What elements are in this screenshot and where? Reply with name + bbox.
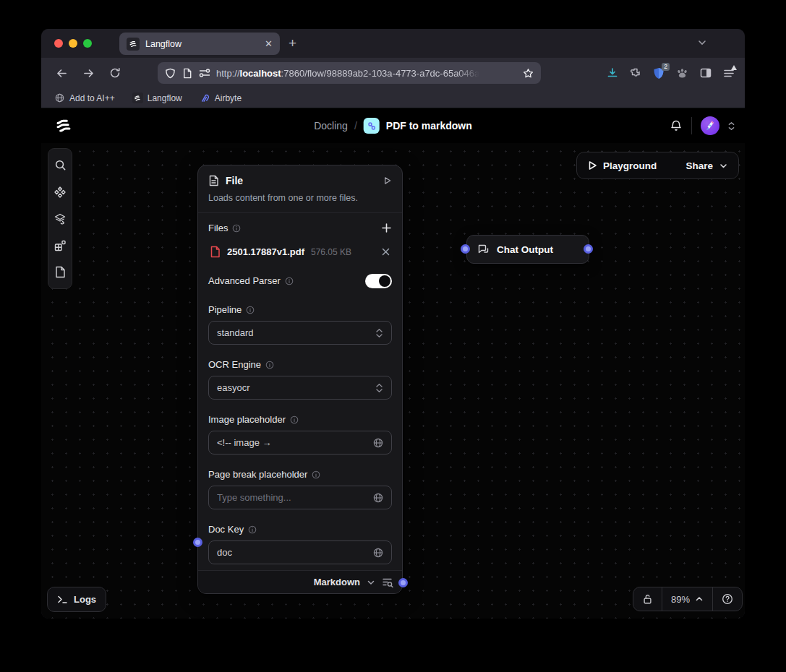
info-icon[interactable]	[290, 415, 299, 424]
zoom-window-button[interactable]	[83, 39, 92, 48]
bookmark-airbyte[interactable]: Airbyte	[200, 92, 242, 103]
playground-button[interactable]: Playground	[587, 160, 657, 171]
menu-icon[interactable]	[723, 68, 735, 78]
forward-icon[interactable]	[82, 67, 95, 79]
chevron-down-icon[interactable]	[367, 578, 375, 587]
advanced-parser-label: Advanced Parser	[208, 275, 294, 286]
paw-icon[interactable]	[676, 68, 688, 79]
remove-file-icon[interactable]	[381, 247, 390, 257]
account-switcher-icon[interactable]	[728, 121, 735, 131]
airbyte-icon	[200, 92, 210, 103]
globe-input-icon[interactable]	[373, 438, 383, 448]
page-break-input-wrap	[208, 486, 392, 509]
ocr-engine-value: easyocr	[217, 382, 369, 393]
chat-output-handle[interactable]	[584, 244, 593, 254]
globe-input-icon[interactable]	[373, 548, 383, 558]
bookmark-label: Add to AI++	[69, 93, 115, 103]
file-size: 576.05 KB	[311, 247, 351, 257]
doc-key-input-handle[interactable]	[193, 538, 202, 547]
browser-tab[interactable]: Langflow ✕	[119, 33, 280, 55]
pipeline-select[interactable]: standard	[208, 321, 392, 345]
output-type-label[interactable]: Markdown	[314, 577, 360, 587]
advanced-parser-toggle[interactable]	[365, 274, 392, 288]
chevron-down-icon	[719, 161, 728, 171]
page-break-input[interactable]	[217, 492, 367, 503]
canvas-controls: 89%	[633, 587, 743, 611]
doc-key-label: Doc Key	[208, 523, 392, 535]
flow-actions-toolbar: Playground Share	[576, 152, 739, 179]
doc-key-input[interactable]	[217, 547, 367, 558]
langflow-favicon-icon	[132, 92, 143, 103]
new-tab-icon[interactable]: +	[289, 35, 296, 51]
file-node-body: Files 2501.17887v1.pdf 576.05 KB	[198, 213, 402, 570]
reload-icon[interactable]	[109, 67, 121, 79]
logs-button[interactable]: Logs	[47, 587, 106, 612]
play-icon[interactable]	[383, 176, 392, 186]
page-break-label: Page break placeholder	[208, 468, 392, 481]
star-icon[interactable]	[523, 68, 534, 79]
tab-title: Langflow	[145, 39, 259, 49]
sidebar-icon[interactable]	[700, 68, 712, 78]
url-bar[interactable]: http://localhost:7860/flow/98889ab2-103a…	[158, 62, 541, 84]
share-button[interactable]: Share	[685, 160, 728, 171]
lock-button[interactable]	[633, 587, 662, 611]
url-text[interactable]: http://localhost:7860/flow/98889ab2-103a…	[216, 68, 517, 79]
chat-input-handle[interactable]	[461, 244, 470, 254]
pipeline-label: Pipeline	[208, 303, 392, 316]
bookmarks-bar: Add to AI++ Langflow Airbyte	[41, 88, 745, 108]
info-icon[interactable]	[248, 525, 257, 534]
image-placeholder-input[interactable]	[217, 437, 367, 448]
inspect-output-icon[interactable]	[382, 577, 393, 587]
note-icon[interactable]	[50, 260, 70, 284]
add-file-button[interactable]	[381, 223, 392, 233]
puzzle-icon[interactable]	[630, 67, 641, 79]
tab-list-chevron-icon[interactable]	[697, 38, 707, 48]
url-prefix: http://	[216, 68, 240, 79]
permissions-icon[interactable]	[199, 69, 210, 77]
chat-output-node[interactable]: Chat Output	[466, 235, 589, 264]
back-icon[interactable]	[56, 67, 68, 79]
uploaded-file-row[interactable]: 2501.17887v1.pdf 576.05 KB	[208, 243, 392, 261]
ocr-engine-label: OCR Engine	[208, 358, 392, 371]
info-icon[interactable]	[285, 277, 294, 285]
file-node[interactable]: File Loads content from one or more file…	[197, 165, 403, 594]
pipeline-value: standard	[217, 327, 369, 338]
flow-name[interactable]: PDF to markdown	[386, 120, 472, 132]
flow-canvas[interactable]: File Loads content from one or more file…	[41, 143, 745, 619]
minimize-window-button[interactable]	[69, 39, 77, 48]
bookmark-add-to-ai[interactable]: Add to AI++	[54, 92, 115, 103]
page-icon[interactable]	[182, 68, 192, 79]
ocr-engine-select[interactable]: easyocr	[208, 376, 392, 400]
components-icon[interactable]	[50, 180, 70, 204]
zoom-level-control[interactable]: 89%	[662, 587, 712, 611]
window-controls[interactable]	[54, 39, 92, 48]
langflow-logo-icon[interactable]	[54, 117, 73, 134]
avatar[interactable]	[701, 116, 719, 135]
bell-icon[interactable]	[670, 119, 683, 132]
blocks-icon[interactable]	[50, 233, 70, 257]
breadcrumb-parent[interactable]: Docling	[314, 120, 348, 132]
bookmark-langflow[interactable]: Langflow	[132, 92, 182, 103]
search-icon[interactable]	[50, 153, 70, 177]
share-label: Share	[685, 160, 713, 171]
flow-badge-icon[interactable]	[364, 118, 380, 134]
close-tab-icon[interactable]: ✕	[265, 39, 273, 48]
globe-input-icon[interactable]	[373, 493, 383, 503]
help-button[interactable]	[712, 587, 742, 611]
info-icon[interactable]	[246, 306, 255, 314]
info-icon[interactable]	[312, 470, 320, 479]
info-icon[interactable]	[265, 361, 274, 369]
playground-label: Playground	[603, 160, 657, 171]
globe-icon	[54, 92, 65, 103]
bundles-icon[interactable]	[50, 207, 70, 231]
download-icon[interactable]	[607, 67, 618, 79]
pdf-file-icon	[210, 246, 221, 258]
bookmark-label: Airbyte	[215, 93, 242, 103]
node-title: Chat Output	[497, 244, 553, 255]
extension-shield-icon[interactable]: 2	[653, 67, 665, 79]
shield-icon[interactable]	[165, 68, 176, 79]
close-window-button[interactable]	[54, 39, 63, 48]
info-icon[interactable]	[232, 224, 241, 233]
file-node-header: File Loads content from one or more file…	[198, 165, 402, 212]
file-output-handle[interactable]	[398, 578, 408, 587]
